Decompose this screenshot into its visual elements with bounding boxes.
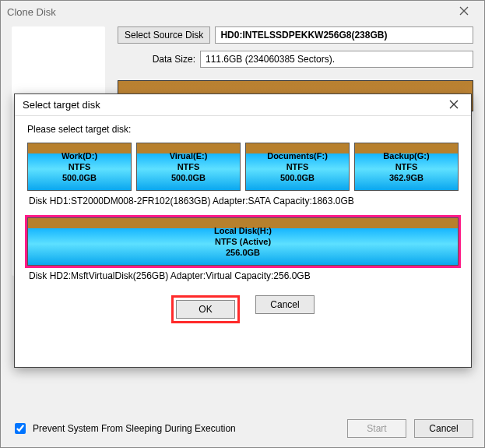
ok-highlight: OK: [171, 295, 240, 323]
prevent-sleep-label: Prevent System From Sleeping During Exec…: [33, 423, 236, 434]
disk1-partition-row: Work(D:) NTFS 500.0GB Virual(E:) NTFS 50…: [27, 143, 459, 191]
ok-button[interactable]: OK: [176, 300, 235, 319]
partition-name: Backup(G:): [383, 150, 429, 161]
partition-size: 500.0GB: [62, 172, 97, 183]
main-title: Clone Disk: [7, 6, 450, 18]
partition-size: 500.0GB: [280, 172, 315, 183]
partition-name: Documents(F:): [267, 150, 328, 161]
disk2-description: Disk HD2:MsftVirtualDisk(256GB) Adapter:…: [29, 270, 459, 281]
prevent-sleep-checkbox[interactable]: Prevent System From Sleeping During Exec…: [12, 421, 339, 436]
disk2-partition-row: Local Disk(H:) NTFS (Active) 256.0GB: [27, 217, 459, 266]
data-size-label: Data Size:: [118, 54, 195, 65]
partition-name: Virual(E:): [170, 150, 208, 161]
partition-fs: NTFS: [69, 161, 91, 172]
partition-virual-e[interactable]: Virual(E:) NTFS 500.0GB: [136, 143, 241, 191]
modal-title: Select target disk: [23, 99, 445, 111]
close-icon: [459, 6, 469, 16]
source-disk-value: HD0:INTELSSDPEKKW256G8(238GB): [215, 26, 473, 44]
modal-cancel-button[interactable]: Cancel: [255, 295, 315, 314]
data-size-row: Data Size: 111.6GB (234060385 Sectors).: [118, 51, 473, 68]
close-icon: [449, 100, 459, 109]
modal-close-button[interactable]: [445, 99, 463, 111]
main-cancel-button[interactable]: Cancel: [414, 419, 473, 438]
partition-local-disk-h[interactable]: Local Disk(H:) NTFS (Active) 256.0GB: [27, 217, 459, 266]
partition-backup-g[interactable]: Backup(G:) NTFS 362.9GB: [354, 143, 459, 191]
start-button: Start: [347, 419, 406, 438]
data-size-value: 111.6GB (234060385 Sectors).: [200, 51, 473, 68]
partition-fs: NTFS: [395, 161, 418, 172]
modal-prompt: Please select target disk:: [27, 124, 459, 135]
partition-fs: NTFS (Active): [215, 236, 271, 247]
partition-name: Work(D:): [62, 150, 97, 161]
modal-titlebar: Select target disk: [15, 94, 471, 116]
partition-size: 500.0GB: [171, 172, 206, 183]
select-source-disk-button[interactable]: Select Source Disk: [118, 26, 210, 44]
source-row: Select Source Disk HD0:INTELSSDPEKKW256G…: [118, 26, 473, 44]
partition-documents-f[interactable]: Documents(F:) NTFS 500.0GB: [245, 143, 350, 191]
disk1-description: Disk HD1:ST2000DM008-2FR102(1863GB) Adap…: [29, 196, 459, 206]
bottom-bar: Prevent System From Sleeping During Exec…: [12, 419, 473, 438]
partition-name: Local Disk(H:): [214, 225, 272, 236]
select-target-disk-dialog: Select target disk Please select target …: [14, 93, 472, 368]
partition-size: 256.0GB: [226, 247, 260, 258]
modal-button-row: OK Cancel: [27, 295, 459, 323]
partition-fs: NTFS: [177, 161, 200, 172]
modal-body: Please select target disk: Work(D:) NTFS…: [15, 116, 471, 333]
prevent-sleep-input[interactable]: [15, 423, 26, 434]
main-titlebar: Clone Disk: [1, 1, 484, 23]
main-close-button[interactable]: [450, 5, 478, 19]
partition-work-d[interactable]: Work(D:) NTFS 500.0GB: [27, 143, 132, 191]
partition-fs: NTFS: [286, 161, 309, 172]
partition-size: 362.9GB: [389, 172, 423, 183]
